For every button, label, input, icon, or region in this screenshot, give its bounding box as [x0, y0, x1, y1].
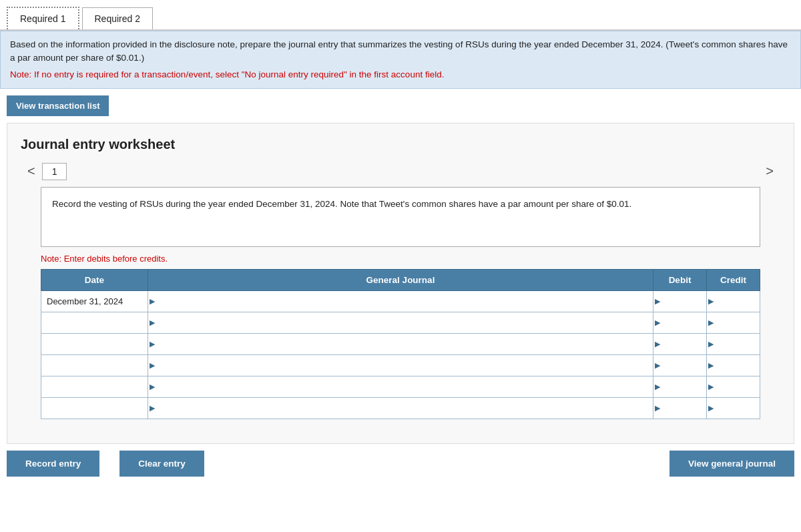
tab-required2[interactable]: Required 2: [82, 7, 154, 29]
worksheet-title: Journal entry worksheet: [21, 137, 780, 152]
prev-arrow[interactable]: <: [21, 164, 42, 179]
bottom-buttons: Record entry Clear entry View general jo…: [7, 451, 794, 477]
tab-required1[interactable]: Required 1: [7, 7, 79, 29]
table-row: ▶ ▶ ▶: [41, 312, 760, 333]
next-arrow[interactable]: >: [759, 164, 780, 179]
note-enter-debits: Note: Enter debits before credits.: [41, 254, 760, 264]
debit-cell-2[interactable]: ▶: [653, 312, 707, 333]
table-row: ▶ ▶ ▶: [41, 397, 760, 419]
general-journal-cell-6[interactable]: ▶: [148, 397, 653, 419]
debit-cell-1[interactable]: ▶: [653, 290, 707, 312]
debit-cell-6[interactable]: ▶: [653, 397, 707, 419]
credit-cell-3[interactable]: ▶: [707, 333, 760, 354]
description-box: Record the vesting of RSUs during the ye…: [41, 187, 760, 247]
date-cell-2[interactable]: [41, 312, 148, 333]
col-header-credit: Credit: [707, 269, 760, 290]
tabs-container: Required 1 Required 2: [0, 0, 801, 31]
debit-cell-5[interactable]: ▶: [653, 376, 707, 397]
general-journal-cell-3[interactable]: ▶: [148, 333, 653, 354]
general-journal-cell-5[interactable]: ▶: [148, 376, 653, 397]
credit-cell-1[interactable]: ▶: [707, 290, 760, 312]
page-number: 1: [42, 163, 67, 180]
nav-row: < 1 >: [21, 163, 780, 180]
col-header-debit: Debit: [653, 269, 707, 290]
general-journal-cell-2[interactable]: ▶: [148, 312, 653, 333]
general-journal-cell-1[interactable]: ▶: [148, 290, 653, 312]
table-row: December 31, 2024 ▶ ▶ ▶: [41, 290, 760, 312]
credit-cell-4[interactable]: ▶: [707, 354, 760, 376]
date-cell-4[interactable]: [41, 354, 148, 376]
view-transaction-list-button[interactable]: View transaction list: [7, 95, 109, 116]
instructions-main-text: Based on the information provided in the…: [10, 39, 788, 63]
date-cell-5[interactable]: [41, 376, 148, 397]
debit-cell-3[interactable]: ▶: [653, 333, 707, 354]
view-general-journal-button[interactable]: View general journal: [670, 451, 794, 477]
table-row: ▶ ▶ ▶: [41, 376, 760, 397]
clear-entry-button[interactable]: Clear entry: [119, 451, 204, 477]
table-row: ▶ ▶ ▶: [41, 354, 760, 376]
journal-table: Date General Journal Debit Credit Decemb…: [41, 269, 760, 419]
journal-table-container: Date General Journal Debit Credit Decemb…: [41, 269, 760, 419]
instructions-note-red: Note: If no entry is required for a tran…: [10, 68, 791, 81]
record-entry-button[interactable]: Record entry: [7, 451, 99, 477]
date-cell-3[interactable]: [41, 333, 148, 354]
instructions-box: Based on the information provided in the…: [0, 31, 801, 89]
credit-cell-6[interactable]: ▶: [707, 397, 760, 419]
credit-cell-5[interactable]: ▶: [707, 376, 760, 397]
table-row: ▶ ▶ ▶: [41, 333, 760, 354]
debit-cell-4[interactable]: ▶: [653, 354, 707, 376]
date-cell-6[interactable]: [41, 397, 148, 419]
general-journal-cell-4[interactable]: ▶: [148, 354, 653, 376]
col-header-date: Date: [41, 269, 148, 290]
col-header-general-journal: General Journal: [148, 269, 653, 290]
date-cell-1[interactable]: December 31, 2024: [41, 290, 148, 312]
credit-cell-2[interactable]: ▶: [707, 312, 760, 333]
worksheet-area: Journal entry worksheet < 1 > Record the…: [7, 123, 794, 444]
